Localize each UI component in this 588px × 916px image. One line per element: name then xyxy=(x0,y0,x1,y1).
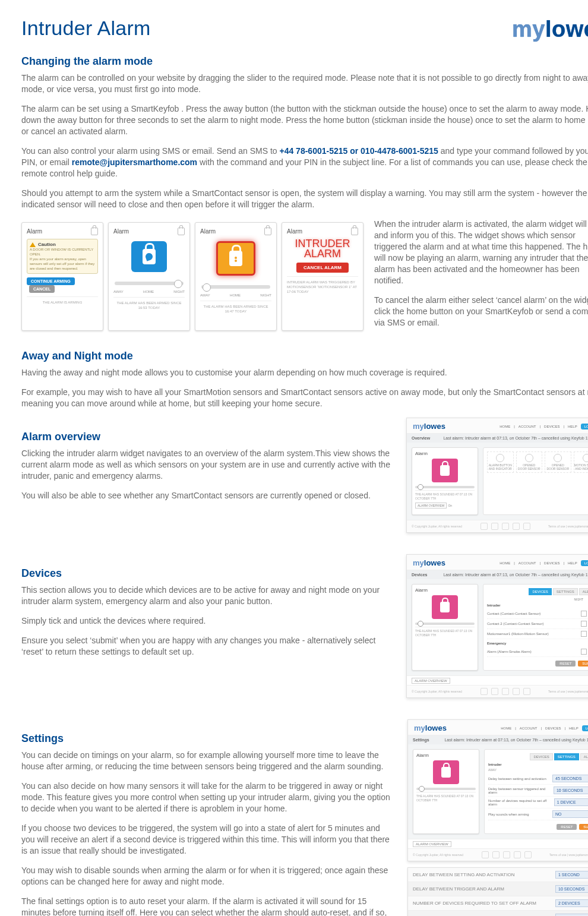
checkbox[interactable] xyxy=(581,649,587,655)
para: The alarm can be set using a SmartKeyfob… xyxy=(21,103,588,137)
away-mode-icon xyxy=(216,241,255,276)
tab-alerts[interactable]: ALERTS xyxy=(579,588,588,595)
para: You can also decide on how many sensors … xyxy=(21,781,396,814)
select[interactable]: 10 SECONDS xyxy=(555,885,588,893)
mode-slider[interactable] xyxy=(115,282,184,285)
para: To cancel the alarm either select ‘cance… xyxy=(374,295,588,329)
unlocked-icon xyxy=(433,760,459,784)
para: Ensure you select ‘submit’ when you are … xyxy=(21,635,394,658)
cancel-button[interactable]: CANCEL xyxy=(29,285,55,293)
para: Should you attempt to arm the system whi… xyxy=(21,188,588,210)
cancel-alarm-button[interactable]: CANCEL ALARM xyxy=(296,263,349,273)
tab-devices[interactable]: DEVICES xyxy=(529,588,551,595)
mode-slider[interactable] xyxy=(415,486,475,488)
widget-night: Alarm AWAYHOMENIGHT THE ALARM HAS BEEN A… xyxy=(108,222,190,331)
para: Having the away and night mode allows yo… xyxy=(21,367,588,378)
para: If you choose two devices to be triggere… xyxy=(21,823,396,857)
para: This section allows you to decide which … xyxy=(21,585,394,607)
heading-away-night: Away and Night mode xyxy=(21,350,588,362)
screenshot-devices: mylowes HOME|ACCOUNT|DEVICES|HELP LOGOUT… xyxy=(406,554,588,698)
option-label: DELAY BETWEEN TRIGGER AND ALARM xyxy=(413,886,504,892)
select[interactable]: 45 SECONDS xyxy=(552,775,588,782)
option-label: NUMBER OF DEVICES REQUIRED TO SET OFF AL… xyxy=(413,901,536,906)
reset-button[interactable]: RESET xyxy=(555,661,576,667)
warning-icon xyxy=(30,242,36,247)
submit-button[interactable]: SUBMIT xyxy=(578,661,588,667)
heading-settings: Settings xyxy=(21,732,396,745)
widget-thumbnails: Alarm Caution A DOOR OR WINDOW IS CURREN… xyxy=(21,222,363,331)
select[interactable]: NO xyxy=(555,914,588,916)
settings-options-table: DELAY BETWEEN SETTING AND ACTIVATION1 SE… xyxy=(407,867,588,916)
lock-icon xyxy=(91,228,98,235)
mode-slider[interactable] xyxy=(201,285,270,289)
unlocked-icon xyxy=(432,459,458,482)
para: You may wish to disable sounds when armi… xyxy=(21,865,396,887)
heading-devices: Devices xyxy=(21,567,394,580)
lock-icon xyxy=(178,228,185,235)
tab-settings[interactable]: SETTINGS xyxy=(553,588,578,595)
option-label: DELAY BETWEEN SETTING AND ACTIVATION xyxy=(413,872,514,877)
unlocked-icon xyxy=(432,595,458,619)
mode-slider[interactable] xyxy=(415,623,475,625)
select[interactable]: 1 SECOND xyxy=(555,871,588,879)
select[interactable]: 2 DEVICES xyxy=(555,899,588,907)
widget-intruder-alarm: Alarm INTRUDERALARM CANCEL ALARM INTRUDE… xyxy=(282,222,363,331)
night-mode-icon xyxy=(131,241,167,272)
para: The final settings option is to auto res… xyxy=(21,896,396,916)
lock-icon xyxy=(264,228,271,235)
phone-number: +44 78-6001-5215 or 010-4478-6001-5215 xyxy=(279,146,438,156)
logout-button[interactable]: LOGOUT xyxy=(581,424,588,429)
tab-settings[interactable]: SETTINGS xyxy=(554,753,579,760)
tab-alerts[interactable]: ALERTS xyxy=(580,753,588,760)
heading-alarm-overview: Alarm overview xyxy=(21,431,394,443)
checkbox[interactable] xyxy=(581,621,587,627)
tab-devices[interactable]: DEVICES xyxy=(530,753,552,760)
widget-away: Alarm AWAYHOMENIGHT THE ALARM HAS BEEN A… xyxy=(195,222,277,331)
heading-changing-mode: Changing the alarm mode xyxy=(21,55,588,68)
logout-button[interactable]: LOGOUT xyxy=(582,725,588,731)
page-title: Intruder Alarm xyxy=(21,17,151,40)
para: Clicking the intruder alarm widget navig… xyxy=(21,448,394,482)
para: For example, you may wish to have all yo… xyxy=(21,387,588,409)
email-link[interactable]: remote@jupitersmarthome.com xyxy=(72,157,197,167)
checkbox[interactable] xyxy=(581,631,587,637)
screenshot-overview: mylowes HOME|ACCOUNT|DEVICES|HELP LOGOUT… xyxy=(406,418,588,533)
mode-slider[interactable] xyxy=(416,788,476,790)
select[interactable]: NO xyxy=(552,810,588,818)
screenshot-settings: mylowes HOME|ACCOUNT|DEVICES|HELP LOGOUT… xyxy=(407,719,588,861)
submit-button[interactable]: SUBMIT xyxy=(579,824,588,830)
lock-icon xyxy=(351,228,358,235)
para: When the intruder alarm is activated, th… xyxy=(374,219,588,286)
brand-logo: mylowes xyxy=(512,17,588,42)
para: You will also be able to see whether any… xyxy=(21,490,394,501)
para: The alarm can be controlled on your webs… xyxy=(21,72,588,95)
checkbox[interactable] xyxy=(581,611,587,617)
reset-button[interactable]: RESET xyxy=(557,824,577,830)
para: Simply tick and untick the devices where… xyxy=(21,615,394,627)
para: You can also control your alarm using SM… xyxy=(21,146,588,179)
logout-button[interactable]: LOGOUT xyxy=(581,560,588,566)
para: You can decide on timings on your alarm,… xyxy=(21,750,396,772)
select[interactable]: 1 DEVICE xyxy=(554,798,588,806)
continue-arming-button[interactable]: CONTINUE ARMING xyxy=(27,277,75,285)
select[interactable]: 10 SECONDS xyxy=(554,787,588,794)
widget-caution: Alarm Caution A DOOR OR WINDOW IS CURREN… xyxy=(21,222,103,331)
